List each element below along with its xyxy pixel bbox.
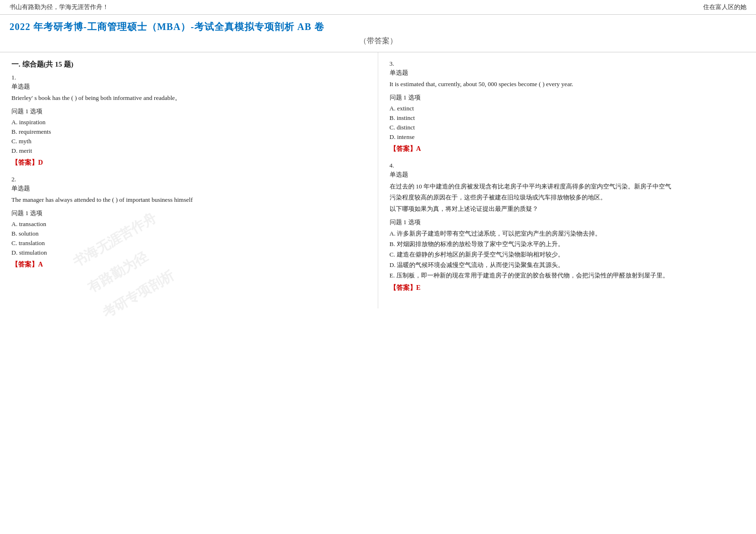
question-3-block: 3. 单选题 It is estimated that, currently, … [390, 60, 745, 153]
q2-option-a: A. transaction [11, 220, 366, 228]
q3-option-c: C. distinct [390, 124, 745, 131]
section-heading: 一. 综合题(共 15 题) [11, 60, 366, 69]
header-right: 住在富人区的她 [703, 3, 746, 11]
q4-option-c: C. 建造在僻静的乡村地区的新房子受空气污染物影响相对较少。 [390, 250, 745, 259]
q2-option-b: B. solution [11, 230, 366, 237]
question-1-block: 1. 单选题 Brierley' s book has the ( ) of b… [11, 74, 366, 167]
q3-text: It is estimated that, currently, about 5… [390, 79, 745, 89]
q2-number: 2. [11, 176, 366, 183]
main-title: 2022 年考研考博-工商管理硕士（MBA）-考试全真模拟专项剖析 AB 卷 [10, 20, 746, 33]
q1-options-header: 问题 1 选项 [11, 107, 366, 116]
q4-text: 在过去的 10 年中建造的住房被发现含有比老房子中平均来讲程度高得多的室内空气污… [390, 181, 745, 214]
q1-answer: 【答案】D [11, 158, 366, 167]
q2-option-d: D. stimulation [11, 249, 366, 257]
q1-text: Brierley' s book has the ( ) of being bo… [11, 93, 366, 103]
q2-answer: 【答案】A [11, 260, 366, 269]
q4-text-line3: 以下哪项如果为真，将对上述论证提出最严重的质疑？ [390, 205, 538, 212]
content-area: 一. 综合题(共 15 题) 1. 单选题 Brierley' s book h… [0, 52, 756, 308]
q3-answer: 【答案】A [390, 145, 745, 153]
q4-option-a: A. 许多新房子建造时带有空气过滤系统，可以把室内产生的房屋污染物去掉。 [390, 229, 745, 238]
q3-type: 单选题 [390, 69, 745, 77]
right-column: 3. 单选题 It is estimated that, currently, … [378, 52, 756, 308]
q4-option-d: D. 温暖的气候环境会减慢空气流动，从而使污染聚集在其源头。 [390, 261, 745, 269]
q4-number: 4. [390, 162, 745, 169]
q3-options-header: 问题 1 选项 [390, 93, 745, 102]
q3-option-d: D. intense [390, 133, 745, 141]
sub-title: （带答案） [10, 33, 746, 49]
q2-options-header: 问题 1 选项 [11, 209, 366, 218]
q4-option-e: E. 压制板，即一种新的现在常用于建造房子的便宜的胶合板替代物，会把污染性的甲醛… [390, 271, 745, 280]
q4-answer: 【答案】E [390, 284, 745, 292]
q1-option-c: C. myth [11, 138, 366, 145]
q1-number: 1. [11, 74, 366, 81]
q1-option-b: B. requirements [11, 128, 366, 136]
q4-text-line2: 污染程度较高的原因在于，这些房子被建在旧垃圾场或汽车排放物较多的地区。 [390, 194, 606, 201]
q1-option-d: D. merit [11, 147, 366, 155]
question-2-block: 2. 单选题 The manager has always attended t… [11, 176, 366, 269]
question-4-block: 4. 单选题 在过去的 10 年中建造的住房被发现含有比老房子中平均来讲程度高得… [390, 162, 745, 292]
q1-option-a: A. inspiration [11, 119, 366, 126]
header-left: 书山有路勤为径，学海无涯苦作舟！ [10, 3, 109, 11]
q3-option-a: A. extinct [390, 105, 745, 112]
q3-number: 3. [390, 60, 745, 68]
header-bar: 书山有路勤为径，学海无涯苦作舟！ 住在富人区的她 [0, 0, 756, 15]
q2-option-c: C. translation [11, 239, 366, 247]
q3-option-b: B. instinct [390, 114, 745, 122]
q2-text: The manager has always attended to the (… [11, 195, 366, 205]
q4-option-b: B. 对烟囱排放物的标准的放松导致了家中空气污染水平的上升。 [390, 240, 745, 248]
title-section: 2022 年考研考博-工商管理硕士（MBA）-考试全真模拟专项剖析 AB 卷 （… [0, 15, 756, 52]
left-column: 一. 综合题(共 15 题) 1. 单选题 Brierley' s book h… [0, 52, 378, 308]
q2-type: 单选题 [11, 184, 366, 193]
q4-options-header: 问题 1 选项 [390, 218, 745, 227]
q1-type: 单选题 [11, 82, 366, 91]
q4-text-line1: 在过去的 10 年中建造的住房被发现含有比老房子中平均来讲程度高得多的室内空气污… [390, 183, 672, 190]
q4-type: 单选题 [390, 170, 745, 179]
